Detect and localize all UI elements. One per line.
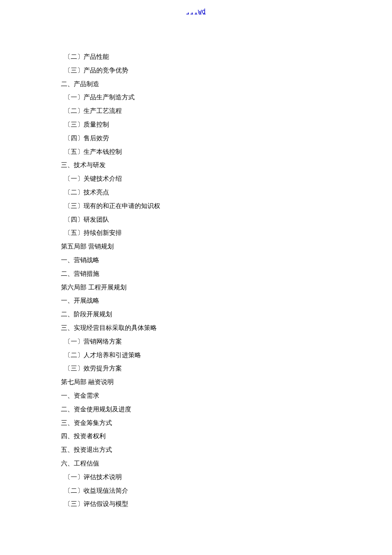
outline-line: 〔一〕评估技术说明 (61, 471, 334, 484)
outline-line: 第六局部 工程开展规划 (61, 281, 334, 295)
outline-line: 一、资金需求 (61, 389, 334, 403)
outline-line: 〔二〕收益现值法简介 (61, 484, 334, 498)
outline-line: 〔四〕研发团队 (61, 213, 334, 227)
outline-line: 〔三〕评估假设与模型 (61, 497, 334, 511)
outline-line: 二、阶段开展规划 (61, 308, 334, 321)
outline-line: 〔三〕质量控制 (61, 118, 334, 132)
outline-line: 〔二〕技术亮点 (61, 186, 334, 199)
outline-line: 第五局部 营销规划 (61, 240, 334, 254)
outline-line: 二、营销措施 (61, 267, 334, 281)
outline-line: 二、产品制造 (61, 78, 334, 91)
outline-line: 〔五〕持续创新安排 (61, 226, 334, 240)
outline-line: 〔二〕人才培养和引进策略 (61, 349, 334, 362)
outline-line: 六、工程估值 (61, 457, 334, 471)
outline-line: 〔一〕关键技术介绍 (61, 172, 334, 186)
outline-line: 〔四〕售后效劳 (61, 132, 334, 145)
outline-line: 〔一〕营销网络方案 (61, 335, 334, 349)
outline-line: 三、技术与研发 (61, 159, 334, 172)
outline-line: 〔三〕现有的和正在申请的知识权 (61, 199, 334, 213)
outline-line: 一、营销战略 (61, 254, 334, 267)
outline-line: 〔三〕效劳提升方案 (61, 362, 334, 376)
outline-line: 〔二〕产品性能 (61, 50, 334, 64)
outline-line: 三、实现经营目标采取的具体策略 (61, 321, 334, 335)
outline-line: 第七局部 融资说明 (61, 376, 334, 389)
outline-line: 五、投资退出方式 (61, 443, 334, 457)
outline-line: 〔一〕产品生产制造方式 (61, 91, 334, 104)
outline-line: 二、资金使用规划及进度 (61, 403, 334, 416)
outline-line: 〔三〕产品的竞争优势 (61, 64, 334, 78)
outline-line: 〔二〕生产工艺流程 (61, 104, 334, 118)
outline-line: 〔五〕生产本钱控制 (61, 145, 334, 159)
header-link[interactable]: ...wd (186, 8, 205, 15)
outline-line: 三、资金筹集方式 (61, 416, 334, 430)
outline-line: 四、投资者权利 (61, 430, 334, 443)
document-content: 〔二〕产品性能〔三〕产品的竞争优势二、产品制造〔一〕产品生产制造方式〔二〕生产工… (61, 50, 334, 511)
outline-line: 一、开展战略 (61, 294, 334, 308)
